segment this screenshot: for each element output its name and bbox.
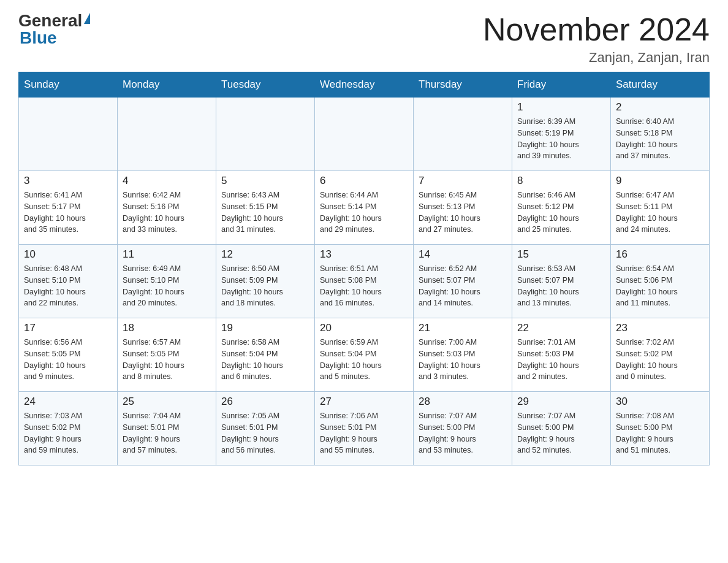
logo-general-text: General — [18, 12, 82, 29]
day-number: 15 — [517, 248, 605, 261]
day-info: Sunrise: 6:42 AM Sunset: 5:16 PM Dayligh… — [123, 190, 211, 236]
day-number: 2 — [616, 101, 704, 113]
day-number: 7 — [419, 175, 507, 187]
day-number: 22 — [517, 322, 605, 334]
day-number: 14 — [419, 248, 507, 261]
header-thursday: Thursday — [414, 72, 512, 98]
day-number: 23 — [616, 322, 704, 334]
day-cell-2-1: 11Sunrise: 6:49 AM Sunset: 5:10 PM Dayli… — [118, 245, 216, 318]
day-cell-4-2: 26Sunrise: 7:05 AM Sunset: 5:01 PM Dayli… — [216, 392, 315, 465]
day-info: Sunrise: 7:01 AM Sunset: 5:03 PM Dayligh… — [517, 337, 605, 383]
day-cell-4-3: 27Sunrise: 7:06 AM Sunset: 5:01 PM Dayli… — [315, 392, 414, 465]
day-cell-3-0: 17Sunrise: 6:56 AM Sunset: 5:05 PM Dayli… — [19, 318, 118, 392]
day-cell-0-0 — [19, 98, 118, 171]
week-row-2: 3Sunrise: 6:41 AM Sunset: 5:17 PM Daylig… — [19, 171, 710, 245]
calendar-table: Sunday Monday Tuesday Wednesday Thursday… — [18, 72, 710, 465]
header-saturday: Saturday — [611, 72, 710, 98]
day-cell-0-6: 2Sunrise: 6:40 AM Sunset: 5:18 PM Daylig… — [611, 98, 710, 171]
logo-triangle-icon — [84, 13, 90, 24]
day-number: 18 — [123, 322, 211, 334]
calendar-title: November 2024 — [483, 12, 710, 47]
day-cell-4-6: 30Sunrise: 7:08 AM Sunset: 5:00 PM Dayli… — [611, 392, 710, 465]
day-number: 5 — [221, 175, 309, 187]
day-cell-4-5: 29Sunrise: 7:07 AM Sunset: 5:00 PM Dayli… — [512, 392, 611, 465]
logo-blue-text: Blue — [20, 28, 57, 47]
day-info: Sunrise: 6:54 AM Sunset: 5:06 PM Dayligh… — [616, 263, 704, 309]
weekday-header-row: Sunday Monday Tuesday Wednesday Thursday… — [19, 72, 710, 98]
header-friday: Friday — [512, 72, 611, 98]
day-number: 8 — [517, 175, 605, 187]
header-wednesday: Wednesday — [315, 72, 414, 98]
day-info: Sunrise: 6:45 AM Sunset: 5:13 PM Dayligh… — [419, 190, 507, 236]
day-info: Sunrise: 7:02 AM Sunset: 5:02 PM Dayligh… — [616, 337, 704, 383]
day-info: Sunrise: 6:51 AM Sunset: 5:08 PM Dayligh… — [320, 263, 408, 309]
day-cell-0-3 — [315, 98, 414, 171]
day-info: Sunrise: 6:53 AM Sunset: 5:07 PM Dayligh… — [517, 263, 605, 309]
day-cell-3-5: 22Sunrise: 7:01 AM Sunset: 5:03 PM Dayli… — [512, 318, 611, 392]
day-cell-3-1: 18Sunrise: 6:57 AM Sunset: 5:05 PM Dayli… — [118, 318, 216, 392]
day-cell-2-2: 12Sunrise: 6:50 AM Sunset: 5:09 PM Dayli… — [216, 245, 315, 318]
week-row-1: 1Sunrise: 6:39 AM Sunset: 5:19 PM Daylig… — [19, 98, 710, 171]
day-info: Sunrise: 6:47 AM Sunset: 5:11 PM Dayligh… — [616, 190, 704, 236]
day-number: 10 — [24, 248, 112, 261]
day-cell-2-4: 14Sunrise: 6:52 AM Sunset: 5:07 PM Dayli… — [414, 245, 512, 318]
day-number: 25 — [123, 396, 211, 408]
day-number: 1 — [517, 101, 605, 113]
day-number: 13 — [320, 248, 408, 261]
day-info: Sunrise: 6:52 AM Sunset: 5:07 PM Dayligh… — [419, 263, 507, 309]
day-info: Sunrise: 7:04 AM Sunset: 5:01 PM Dayligh… — [123, 410, 211, 456]
day-info: Sunrise: 6:59 AM Sunset: 5:04 PM Dayligh… — [320, 337, 408, 383]
day-info: Sunrise: 7:03 AM Sunset: 5:02 PM Dayligh… — [24, 410, 112, 456]
day-cell-3-6: 23Sunrise: 7:02 AM Sunset: 5:02 PM Dayli… — [611, 318, 710, 392]
day-info: Sunrise: 6:44 AM Sunset: 5:14 PM Dayligh… — [320, 190, 408, 236]
day-cell-2-3: 13Sunrise: 6:51 AM Sunset: 5:08 PM Dayli… — [315, 245, 414, 318]
day-info: Sunrise: 7:07 AM Sunset: 5:00 PM Dayligh… — [419, 410, 507, 456]
day-cell-1-3: 6Sunrise: 6:44 AM Sunset: 5:14 PM Daylig… — [315, 171, 414, 245]
day-number: 30 — [616, 396, 704, 408]
day-info: Sunrise: 6:46 AM Sunset: 5:12 PM Dayligh… — [517, 190, 605, 236]
day-cell-0-4 — [414, 98, 512, 171]
day-cell-1-2: 5Sunrise: 6:43 AM Sunset: 5:15 PM Daylig… — [216, 171, 315, 245]
header-monday: Monday — [118, 72, 216, 98]
day-info: Sunrise: 7:06 AM Sunset: 5:01 PM Dayligh… — [320, 410, 408, 456]
day-number: 20 — [320, 322, 408, 334]
day-info: Sunrise: 6:40 AM Sunset: 5:18 PM Dayligh… — [616, 116, 704, 162]
day-cell-0-2 — [216, 98, 315, 171]
day-number: 4 — [123, 175, 211, 187]
day-number: 3 — [24, 175, 112, 187]
day-cell-1-4: 7Sunrise: 6:45 AM Sunset: 5:13 PM Daylig… — [414, 171, 512, 245]
day-cell-1-6: 9Sunrise: 6:47 AM Sunset: 5:11 PM Daylig… — [611, 171, 710, 245]
day-info: Sunrise: 7:00 AM Sunset: 5:03 PM Dayligh… — [419, 337, 507, 383]
day-info: Sunrise: 6:58 AM Sunset: 5:04 PM Dayligh… — [221, 337, 309, 383]
logo: General Blue — [18, 12, 90, 47]
day-number: 21 — [419, 322, 507, 334]
header-sunday: Sunday — [19, 72, 118, 98]
calendar-subtitle: Zanjan, Zanjan, Iran — [483, 50, 710, 66]
day-cell-1-5: 8Sunrise: 6:46 AM Sunset: 5:12 PM Daylig… — [512, 171, 611, 245]
day-cell-3-3: 20Sunrise: 6:59 AM Sunset: 5:04 PM Dayli… — [315, 318, 414, 392]
day-info: Sunrise: 6:41 AM Sunset: 5:17 PM Dayligh… — [24, 190, 112, 236]
day-number: 12 — [221, 248, 309, 261]
day-info: Sunrise: 6:56 AM Sunset: 5:05 PM Dayligh… — [24, 337, 112, 383]
day-number: 27 — [320, 396, 408, 408]
day-number: 28 — [419, 396, 507, 408]
header-tuesday: Tuesday — [216, 72, 315, 98]
day-cell-3-2: 19Sunrise: 6:58 AM Sunset: 5:04 PM Dayli… — [216, 318, 315, 392]
day-info: Sunrise: 6:57 AM Sunset: 5:05 PM Dayligh… — [123, 337, 211, 383]
day-number: 9 — [616, 175, 704, 187]
day-cell-4-0: 24Sunrise: 7:03 AM Sunset: 5:02 PM Dayli… — [19, 392, 118, 465]
day-number: 29 — [517, 396, 605, 408]
page-header: General Blue November 2024 Zanjan, Zanja… — [18, 12, 710, 66]
day-info: Sunrise: 6:50 AM Sunset: 5:09 PM Dayligh… — [221, 263, 309, 309]
week-row-4: 17Sunrise: 6:56 AM Sunset: 5:05 PM Dayli… — [19, 318, 710, 392]
day-cell-4-1: 25Sunrise: 7:04 AM Sunset: 5:01 PM Dayli… — [118, 392, 216, 465]
day-cell-2-0: 10Sunrise: 6:48 AM Sunset: 5:10 PM Dayli… — [19, 245, 118, 318]
day-number: 6 — [320, 175, 408, 187]
day-cell-0-1 — [118, 98, 216, 171]
day-info: Sunrise: 6:43 AM Sunset: 5:15 PM Dayligh… — [221, 190, 309, 236]
day-cell-0-5: 1Sunrise: 6:39 AM Sunset: 5:19 PM Daylig… — [512, 98, 611, 171]
day-cell-3-4: 21Sunrise: 7:00 AM Sunset: 5:03 PM Dayli… — [414, 318, 512, 392]
day-cell-4-4: 28Sunrise: 7:07 AM Sunset: 5:00 PM Dayli… — [414, 392, 512, 465]
week-row-5: 24Sunrise: 7:03 AM Sunset: 5:02 PM Dayli… — [19, 392, 710, 465]
day-info: Sunrise: 6:48 AM Sunset: 5:10 PM Dayligh… — [24, 263, 112, 309]
